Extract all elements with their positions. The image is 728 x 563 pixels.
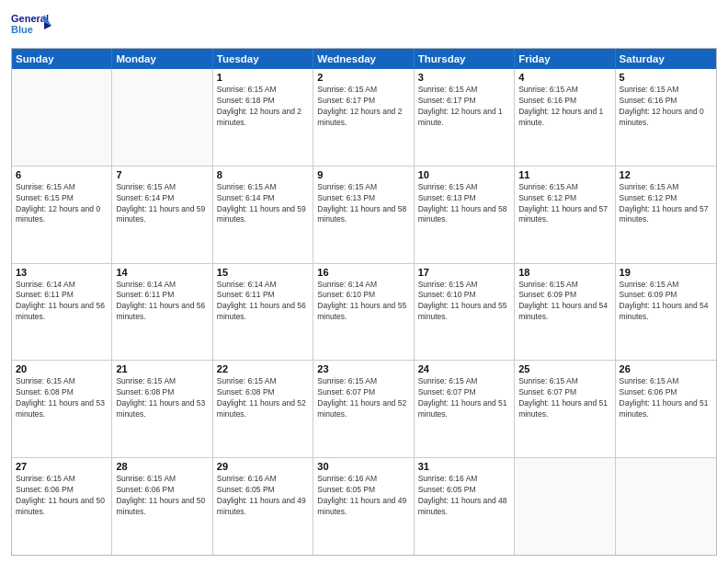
day-cell: 26Sunrise: 6:15 AM Sunset: 6:06 PM Dayli…: [616, 361, 716, 457]
day-cell: 13Sunrise: 6:14 AM Sunset: 6:11 PM Dayli…: [12, 264, 112, 361]
day-info: Sunrise: 6:15 AM Sunset: 6:16 PM Dayligh…: [620, 85, 712, 129]
day-cell: [616, 458, 716, 555]
day-cell: 21Sunrise: 6:15 AM Sunset: 6:08 PM Dayli…: [112, 361, 212, 457]
day-number: 17: [418, 267, 510, 278]
day-number: 5: [620, 72, 712, 83]
day-cell: 6Sunrise: 6:15 AM Sunset: 6:15 PM Daylig…: [12, 167, 112, 263]
day-number: 26: [620, 363, 712, 374]
day-number: 18: [518, 267, 610, 278]
day-cell: 19Sunrise: 6:15 AM Sunset: 6:09 PM Dayli…: [616, 264, 716, 361]
day-info: Sunrise: 6:14 AM Sunset: 6:11 PM Dayligh…: [217, 280, 309, 324]
day-number: 12: [620, 169, 712, 180]
day-cell: 31Sunrise: 6:16 AM Sunset: 6:05 PM Dayli…: [415, 458, 515, 555]
day-number: 25: [518, 363, 610, 374]
day-cell: 5Sunrise: 6:15 AM Sunset: 6:16 PM Daylig…: [616, 69, 716, 166]
day-cell: 16Sunrise: 6:14 AM Sunset: 6:10 PM Dayli…: [313, 264, 414, 361]
day-number: 23: [317, 363, 409, 374]
day-cell: 20Sunrise: 6:15 AM Sunset: 6:08 PM Dayli…: [12, 361, 112, 457]
day-header-sunday: Sunday: [12, 49, 112, 69]
day-number: 13: [16, 267, 108, 278]
week-row-3: 13Sunrise: 6:14 AM Sunset: 6:11 PM Dayli…: [12, 263, 716, 361]
day-number: 3: [418, 72, 510, 83]
svg-text:Blue: Blue: [11, 24, 33, 35]
day-cell: 1Sunrise: 6:15 AM Sunset: 6:18 PM Daylig…: [213, 69, 313, 166]
day-cell: 28Sunrise: 6:15 AM Sunset: 6:06 PM Dayli…: [112, 458, 212, 555]
logo-svg: General Blue: [11, 9, 51, 42]
day-cell: 11Sunrise: 6:15 AM Sunset: 6:12 PM Dayli…: [515, 167, 615, 263]
day-number: 29: [217, 461, 309, 472]
day-info: Sunrise: 6:15 AM Sunset: 6:14 PM Dayligh…: [217, 182, 309, 226]
day-header-friday: Friday: [515, 49, 615, 69]
day-number: 10: [418, 169, 510, 180]
day-number: 6: [16, 169, 108, 180]
day-cell: 8Sunrise: 6:15 AM Sunset: 6:14 PM Daylig…: [213, 167, 313, 263]
day-info: Sunrise: 6:14 AM Sunset: 6:11 PM Dayligh…: [116, 280, 208, 324]
day-info: Sunrise: 6:15 AM Sunset: 6:15 PM Dayligh…: [16, 182, 108, 226]
day-number: 28: [116, 461, 208, 472]
day-info: Sunrise: 6:15 AM Sunset: 6:07 PM Dayligh…: [317, 376, 409, 420]
day-info: Sunrise: 6:14 AM Sunset: 6:11 PM Dayligh…: [16, 280, 108, 324]
day-info: Sunrise: 6:15 AM Sunset: 6:08 PM Dayligh…: [16, 376, 108, 420]
day-headers-row: SundayMondayTuesdayWednesdayThursdayFrid…: [12, 49, 716, 69]
day-info: Sunrise: 6:15 AM Sunset: 6:13 PM Dayligh…: [418, 182, 510, 226]
day-header-wednesday: Wednesday: [313, 49, 414, 69]
day-info: Sunrise: 6:16 AM Sunset: 6:05 PM Dayligh…: [418, 474, 510, 518]
week-row-2: 6Sunrise: 6:15 AM Sunset: 6:15 PM Daylig…: [12, 166, 716, 263]
day-cell: 12Sunrise: 6:15 AM Sunset: 6:12 PM Dayli…: [616, 167, 716, 263]
day-cell: 17Sunrise: 6:15 AM Sunset: 6:10 PM Dayli…: [415, 264, 515, 361]
day-info: Sunrise: 6:15 AM Sunset: 6:12 PM Dayligh…: [518, 182, 610, 226]
day-info: Sunrise: 6:15 AM Sunset: 6:18 PM Dayligh…: [217, 85, 309, 129]
day-header-thursday: Thursday: [415, 49, 515, 69]
day-number: 30: [317, 461, 409, 472]
day-info: Sunrise: 6:16 AM Sunset: 6:05 PM Dayligh…: [317, 474, 409, 518]
day-info: Sunrise: 6:15 AM Sunset: 6:08 PM Dayligh…: [217, 376, 309, 420]
week-row-4: 20Sunrise: 6:15 AM Sunset: 6:08 PM Dayli…: [12, 360, 716, 457]
day-info: Sunrise: 6:15 AM Sunset: 6:13 PM Dayligh…: [317, 182, 409, 226]
day-cell: 18Sunrise: 6:15 AM Sunset: 6:09 PM Dayli…: [515, 264, 615, 361]
day-cell: 7Sunrise: 6:15 AM Sunset: 6:14 PM Daylig…: [112, 167, 212, 263]
day-info: Sunrise: 6:15 AM Sunset: 6:09 PM Dayligh…: [620, 280, 712, 324]
day-info: Sunrise: 6:14 AM Sunset: 6:10 PM Dayligh…: [317, 280, 409, 324]
day-info: Sunrise: 6:15 AM Sunset: 6:06 PM Dayligh…: [116, 474, 208, 518]
day-info: Sunrise: 6:15 AM Sunset: 6:10 PM Dayligh…: [418, 280, 510, 324]
day-info: Sunrise: 6:16 AM Sunset: 6:05 PM Dayligh…: [217, 474, 309, 518]
day-cell: 4Sunrise: 6:15 AM Sunset: 6:16 PM Daylig…: [515, 69, 615, 166]
day-info: Sunrise: 6:15 AM Sunset: 6:08 PM Dayligh…: [116, 376, 208, 420]
day-cell: 15Sunrise: 6:14 AM Sunset: 6:11 PM Dayli…: [213, 264, 313, 361]
day-number: 21: [116, 363, 208, 374]
day-cell: [515, 458, 615, 555]
day-number: 14: [116, 267, 208, 278]
week-row-5: 27Sunrise: 6:15 AM Sunset: 6:06 PM Dayli…: [12, 457, 716, 555]
day-cell: 25Sunrise: 6:15 AM Sunset: 6:07 PM Dayli…: [515, 361, 615, 457]
day-cell: 29Sunrise: 6:16 AM Sunset: 6:05 PM Dayli…: [213, 458, 313, 555]
calendar-weeks: 1Sunrise: 6:15 AM Sunset: 6:18 PM Daylig…: [12, 69, 716, 555]
svg-text:General: General: [11, 13, 49, 24]
day-cell: 24Sunrise: 6:15 AM Sunset: 6:07 PM Dayli…: [415, 361, 515, 457]
day-info: Sunrise: 6:15 AM Sunset: 6:09 PM Dayligh…: [518, 280, 610, 324]
day-number: 22: [217, 363, 309, 374]
day-number: 20: [16, 363, 108, 374]
calendar: SundayMondayTuesdayWednesdayThursdayFrid…: [11, 48, 717, 556]
day-number: 1: [217, 72, 309, 83]
day-header-monday: Monday: [112, 49, 212, 69]
day-cell: 2Sunrise: 6:15 AM Sunset: 6:17 PM Daylig…: [313, 69, 414, 166]
day-number: 8: [217, 169, 309, 180]
day-cell: 23Sunrise: 6:15 AM Sunset: 6:07 PM Dayli…: [313, 361, 414, 457]
day-number: 11: [518, 169, 610, 180]
day-info: Sunrise: 6:15 AM Sunset: 6:16 PM Dayligh…: [518, 85, 610, 129]
day-cell: 3Sunrise: 6:15 AM Sunset: 6:17 PM Daylig…: [415, 69, 515, 166]
day-cell: [112, 69, 212, 166]
day-cell: [12, 69, 112, 166]
day-number: 24: [418, 363, 510, 374]
day-cell: 22Sunrise: 6:15 AM Sunset: 6:08 PM Dayli…: [213, 361, 313, 457]
day-info: Sunrise: 6:15 AM Sunset: 6:12 PM Dayligh…: [620, 182, 712, 226]
logo: General Blue: [11, 9, 51, 42]
day-number: 7: [116, 169, 208, 180]
day-info: Sunrise: 6:15 AM Sunset: 6:06 PM Dayligh…: [16, 474, 108, 518]
page-header: General Blue: [11, 9, 717, 42]
day-number: 16: [317, 267, 409, 278]
day-number: 31: [418, 461, 510, 472]
day-info: Sunrise: 6:15 AM Sunset: 6:07 PM Dayligh…: [518, 376, 610, 420]
day-cell: 14Sunrise: 6:14 AM Sunset: 6:11 PM Dayli…: [112, 264, 212, 361]
day-header-saturday: Saturday: [616, 49, 716, 69]
